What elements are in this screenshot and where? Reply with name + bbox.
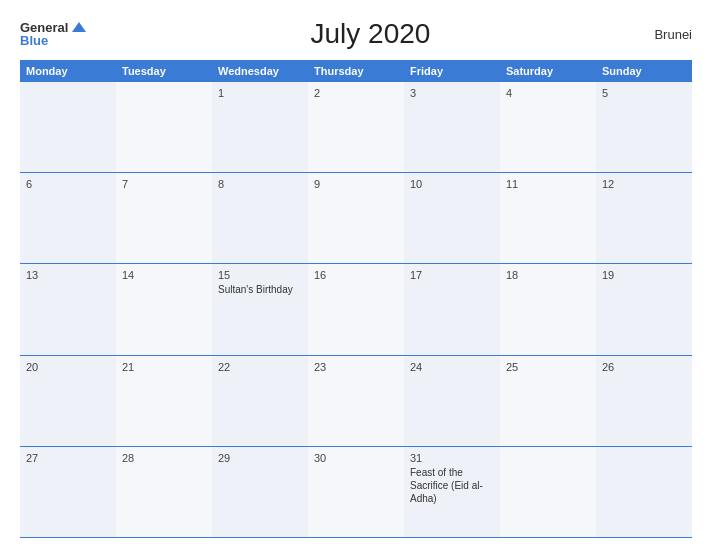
calendar-cell: 17 (404, 264, 500, 354)
calendar-week: 12345 (20, 82, 692, 173)
day-number: 15 (218, 269, 302, 281)
day-number: 9 (314, 178, 398, 190)
day-number: 17 (410, 269, 494, 281)
event-label: Feast of the Sacrifice (Eid al-Adha) (410, 466, 494, 505)
calendar-cell (500, 447, 596, 537)
calendar-page: General Blue July 2020 Brunei MondayTues… (0, 0, 712, 550)
day-number: 27 (26, 452, 110, 464)
calendar-week: 20212223242526 (20, 356, 692, 447)
day-number: 24 (410, 361, 494, 373)
day-number: 5 (602, 87, 686, 99)
day-number: 28 (122, 452, 206, 464)
calendar-cell: 2 (308, 82, 404, 172)
calendar-cell: 27 (20, 447, 116, 537)
calendar-title: July 2020 (310, 18, 430, 50)
calendar-cell: 19 (596, 264, 692, 354)
calendar-cell: 25 (500, 356, 596, 446)
calendar-cell: 6 (20, 173, 116, 263)
day-number: 25 (506, 361, 590, 373)
logo: General Blue (20, 21, 86, 47)
calendar-cell: 26 (596, 356, 692, 446)
calendar-body: 123456789101112131415Sultan's Birthday16… (20, 82, 692, 538)
calendar-cell: 29 (212, 447, 308, 537)
day-number: 2 (314, 87, 398, 99)
day-number: 22 (218, 361, 302, 373)
calendar-cell: 31Feast of the Sacrifice (Eid al-Adha) (404, 447, 500, 537)
calendar-cell: 21 (116, 356, 212, 446)
calendar-cell: 22 (212, 356, 308, 446)
calendar-cell: 30 (308, 447, 404, 537)
day-number: 13 (26, 269, 110, 281)
calendar-cell: 23 (308, 356, 404, 446)
calendar-cell: 10 (404, 173, 500, 263)
weekday-header: Monday (20, 60, 116, 82)
calendar-cell: 5 (596, 82, 692, 172)
day-number: 23 (314, 361, 398, 373)
calendar-cell: 28 (116, 447, 212, 537)
calendar-cell (596, 447, 692, 537)
weekday-header: Saturday (500, 60, 596, 82)
day-number: 18 (506, 269, 590, 281)
day-number: 8 (218, 178, 302, 190)
weekday-header: Wednesday (212, 60, 308, 82)
calendar-cell: 18 (500, 264, 596, 354)
weekday-header: Friday (404, 60, 500, 82)
calendar-cell: 14 (116, 264, 212, 354)
logo-triangle-icon (72, 22, 86, 32)
day-number: 1 (218, 87, 302, 99)
calendar-cell: 20 (20, 356, 116, 446)
weekday-header: Thursday (308, 60, 404, 82)
day-number: 30 (314, 452, 398, 464)
calendar-cell: 12 (596, 173, 692, 263)
day-number: 4 (506, 87, 590, 99)
day-number: 10 (410, 178, 494, 190)
day-number: 11 (506, 178, 590, 190)
calendar-cell: 7 (116, 173, 212, 263)
day-number: 16 (314, 269, 398, 281)
day-number: 14 (122, 269, 206, 281)
weekday-header: Tuesday (116, 60, 212, 82)
logo-blue-text: Blue (20, 34, 86, 47)
day-number: 31 (410, 452, 494, 464)
calendar-cell: 3 (404, 82, 500, 172)
day-number: 12 (602, 178, 686, 190)
day-number: 21 (122, 361, 206, 373)
calendar-cell: 9 (308, 173, 404, 263)
day-number: 26 (602, 361, 686, 373)
calendar-cell: 24 (404, 356, 500, 446)
event-label: Sultan's Birthday (218, 283, 302, 296)
calendar-cell (116, 82, 212, 172)
calendar-header: MondayTuesdayWednesdayThursdayFridaySatu… (20, 60, 692, 82)
calendar-week: 2728293031Feast of the Sacrifice (Eid al… (20, 447, 692, 538)
weekday-header: Sunday (596, 60, 692, 82)
calendar-cell: 1 (212, 82, 308, 172)
day-number: 7 (122, 178, 206, 190)
calendar-cell: 13 (20, 264, 116, 354)
day-number: 6 (26, 178, 110, 190)
day-number: 20 (26, 361, 110, 373)
country-label: Brunei (654, 27, 692, 42)
calendar-cell: 15Sultan's Birthday (212, 264, 308, 354)
header: General Blue July 2020 Brunei (20, 18, 692, 50)
calendar-cell: 8 (212, 173, 308, 263)
day-number: 29 (218, 452, 302, 464)
calendar-week: 131415Sultan's Birthday16171819 (20, 264, 692, 355)
calendar-cell: 4 (500, 82, 596, 172)
calendar-cell: 11 (500, 173, 596, 263)
calendar: MondayTuesdayWednesdayThursdayFridaySatu… (20, 60, 692, 538)
calendar-cell (20, 82, 116, 172)
day-number: 19 (602, 269, 686, 281)
calendar-cell: 16 (308, 264, 404, 354)
calendar-week: 6789101112 (20, 173, 692, 264)
day-number: 3 (410, 87, 494, 99)
